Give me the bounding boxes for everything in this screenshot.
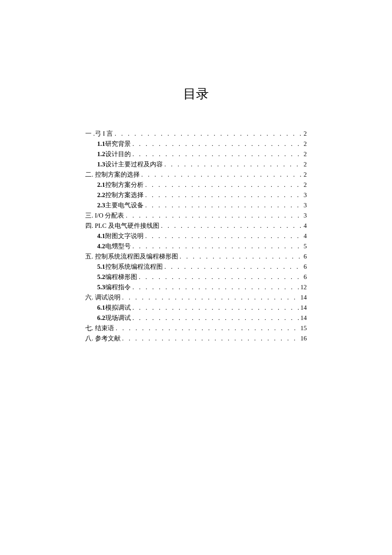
toc-entry: 四. PLC 及电气硬件接线图4 <box>85 221 307 231</box>
toc-entry-number: 一 . <box>85 128 95 139</box>
toc-entry-number: 2.1 <box>97 180 105 190</box>
toc-entry: 2.3主要电气设备3 <box>85 200 307 210</box>
toc-entry-page: 12 <box>300 282 307 292</box>
toc-container: 一 .弓 I 言21.1研究背景21.2设计目的21.3设计主要过程及内容2二.… <box>85 128 307 343</box>
toc-leader-dots <box>126 210 302 221</box>
toc-entry-number: 1.3 <box>97 159 105 169</box>
toc-entry: 一 .弓 I 言2 <box>85 128 307 139</box>
toc-entry-label: 控制方案分析 <box>105 180 144 190</box>
toc-leader-dots <box>122 292 299 302</box>
toc-leader-dots <box>161 221 302 231</box>
toc-entry: 2.1控制方案分析2 <box>85 180 307 190</box>
toc-entry-label: . 参考文献 <box>92 333 121 343</box>
toc-entry: 5.1控制系统编程流程图6 <box>85 262 307 272</box>
toc-entry-number: 五 <box>85 251 92 262</box>
toc-entry-label: 附图文字说明 <box>105 231 144 241</box>
toc-entry-page: 2 <box>304 149 307 159</box>
toc-entry-label: 研究背景 <box>105 139 131 149</box>
toc-entry-label: . 结束语 <box>92 323 114 333</box>
toc-leader-dots <box>115 128 302 139</box>
toc-entry-label: 模拟调试 <box>105 302 131 313</box>
toc-leader-dots <box>133 313 299 323</box>
toc-entry-label: 电甥型号 <box>105 241 131 251</box>
toc-entry-number: 5.1 <box>97 262 105 272</box>
toc-entry-label: 现场调试 <box>105 313 131 323</box>
toc-entry: 七. 结束语15 <box>85 323 307 333</box>
toc-entry-page: 4 <box>304 231 307 241</box>
toc-entry-number: 七 <box>85 323 92 333</box>
toc-entry-number: 6.2 <box>97 313 105 323</box>
toc-leader-dots <box>145 200 302 210</box>
toc-entry-number: 2.2 <box>97 190 105 200</box>
toc-entry-number: 2.3 <box>97 200 105 210</box>
toc-entry-label: . 调试说明 <box>92 292 121 302</box>
toc-entry: 1.3设计主要过程及内容2 <box>85 159 307 169</box>
toc-entry-label: . PLC 及电气硬件接线图 <box>92 221 159 231</box>
toc-entry-label: . 控制系统流程图及编程梯形图 <box>92 251 178 262</box>
toc-entry-label: 控制系统编程流程图 <box>105 262 163 272</box>
toc-entry-page: 3 <box>304 200 307 210</box>
toc-entry-page: 6 <box>304 272 307 282</box>
toc-entry-number: 5.2 <box>97 272 105 282</box>
toc-entry-page: 2 <box>304 169 307 180</box>
toc-entry-number: 6.1 <box>97 302 105 313</box>
toc-leader-dots <box>122 333 299 343</box>
toc-entry-page: 2 <box>304 139 307 149</box>
toc-entry: 6.2现场调试14 <box>85 313 307 323</box>
toc-title: 目录 <box>85 85 307 103</box>
toc-leader-dots <box>164 262 302 272</box>
toc-entry-label: 主要电气设备 <box>105 200 144 210</box>
toc-leader-dots <box>116 323 299 333</box>
toc-leader-dots <box>133 241 302 251</box>
toc-entry-page: 16 <box>300 333 307 343</box>
toc-entry: 5.2编程梯形图6 <box>85 272 307 282</box>
toc-entry-number: 1.2 <box>97 149 105 159</box>
toc-entry: 2.2控制方案选择3 <box>85 190 307 200</box>
toc-leader-dots <box>164 159 302 169</box>
toc-entry: 1.1研究背景2 <box>85 139 307 149</box>
toc-leader-dots <box>133 302 299 313</box>
toc-entry-label: . 控制方案的选择 <box>92 169 140 180</box>
toc-leader-dots <box>145 231 302 241</box>
toc-entry-page: 3 <box>304 210 307 221</box>
toc-leader-dots <box>133 282 299 292</box>
toc-entry: 六. 调试说明14 <box>85 292 307 302</box>
toc-entry-label: 弓 I 言 <box>95 128 113 139</box>
toc-leader-dots <box>141 169 302 180</box>
toc-entry: 八. 参考文献16 <box>85 333 307 343</box>
toc-entry: 4.1附图文字说明4 <box>85 231 307 241</box>
toc-entry-page: 4 <box>304 221 307 231</box>
toc-entry-page: 14 <box>300 292 307 302</box>
toc-entry-number: 四 <box>85 221 92 231</box>
toc-entry-label: 控制方案选择 <box>105 190 144 200</box>
toc-entry-page: 2 <box>304 128 307 139</box>
toc-entry-number: 二 <box>85 169 92 180</box>
toc-entry-page: 2 <box>304 159 307 169</box>
toc-entry-label: . I/O 分配表 <box>92 210 124 221</box>
toc-entry-page: 14 <box>300 302 307 313</box>
toc-entry-number: 4.2 <box>97 241 105 251</box>
toc-entry: 4.2电甥型号5 <box>85 241 307 251</box>
toc-leader-dots <box>145 190 302 200</box>
toc-entry-page: 6 <box>304 262 307 272</box>
toc-entry: 5.3编程指令12 <box>85 282 307 292</box>
toc-leader-dots <box>133 139 302 149</box>
toc-entry: 五. 控制系统流程图及编程梯形图6 <box>85 251 307 262</box>
toc-entry-number: 1.1 <box>97 139 105 149</box>
toc-entry-page: 2 <box>304 180 307 190</box>
toc-entry-number: 三 <box>85 210 92 221</box>
toc-entry-label: 设计目的 <box>105 149 131 159</box>
toc-entry-page: 6 <box>304 251 307 262</box>
toc-entry: 1.2设计目的2 <box>85 149 307 159</box>
toc-entry: 二. 控制方案的选择2 <box>85 169 307 180</box>
toc-leader-dots <box>133 149 302 159</box>
toc-entry: 6.1模拟调试14 <box>85 302 307 313</box>
toc-entry-number: 5.3 <box>97 282 105 292</box>
toc-entry-page: 3 <box>304 190 307 200</box>
toc-entry-page: 14 <box>300 313 307 323</box>
toc-leader-dots <box>180 251 302 262</box>
toc-entry-page: 15 <box>300 323 307 333</box>
toc-leader-dots <box>139 272 302 282</box>
toc-leader-dots <box>145 180 302 190</box>
toc-entry-page: 5 <box>304 241 307 251</box>
